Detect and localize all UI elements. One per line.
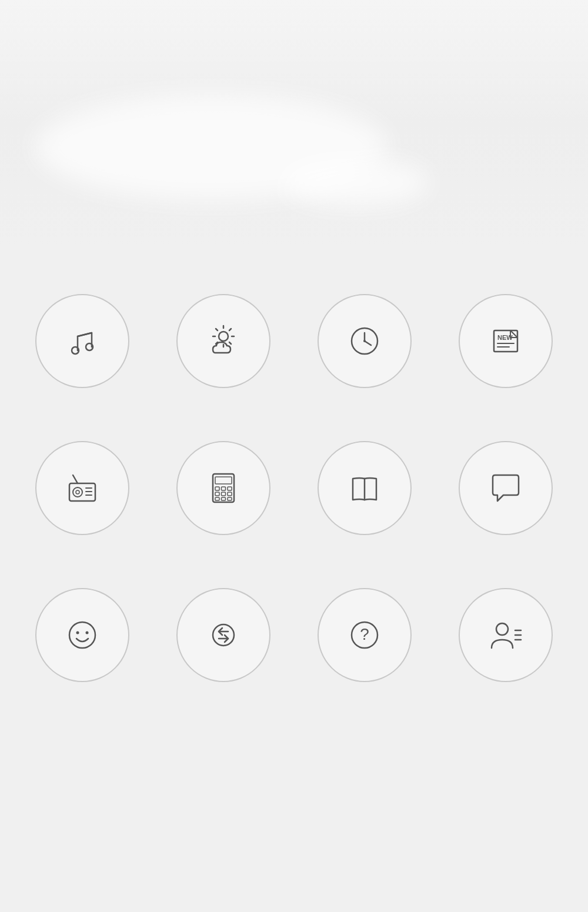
svg-line-9: [229, 342, 231, 344]
book-icon: [343, 467, 386, 509]
svg-rect-29: [215, 487, 219, 490]
radio-icon-button[interactable]: [35, 441, 129, 535]
svg-rect-31: [228, 487, 232, 490]
music-icon-button[interactable]: [35, 294, 129, 388]
svg-point-41: [213, 624, 234, 646]
weather-icon: [202, 320, 245, 362]
svg-point-38: [69, 622, 95, 648]
clock-icon-button[interactable]: [318, 294, 412, 388]
icon-row-3: ?: [35, 588, 553, 682]
contact-icon-button[interactable]: [459, 588, 553, 682]
weather-icon-button[interactable]: [176, 294, 270, 388]
svg-text:?: ?: [360, 625, 369, 643]
chat-icon-button[interactable]: [459, 441, 553, 535]
svg-rect-28: [215, 477, 232, 484]
svg-rect-32: [215, 492, 219, 496]
svg-rect-27: [213, 474, 234, 502]
svg-rect-35: [215, 497, 219, 500]
svg-point-40: [86, 632, 89, 634]
baby-icon-button[interactable]: [35, 588, 129, 682]
icon-row-2: [35, 441, 553, 535]
svg-rect-36: [222, 497, 226, 500]
clock-icon: [343, 320, 386, 362]
contact-icon: [485, 614, 527, 656]
top-decoration: [0, 0, 588, 247]
music-icon: [61, 320, 103, 362]
svg-point-3: [219, 332, 228, 341]
news-icon: NEW: [485, 320, 527, 362]
svg-rect-33: [222, 492, 226, 496]
svg-line-21: [73, 475, 78, 483]
icon-grid: NEW: [0, 294, 588, 682]
svg-line-2: [78, 333, 92, 336]
radio-icon: [61, 467, 103, 509]
svg-point-39: [76, 632, 79, 634]
book-icon-button[interactable]: [318, 441, 412, 535]
svg-point-46: [496, 623, 508, 635]
svg-point-15: [363, 340, 366, 342]
transfer-icon-button[interactable]: [176, 588, 270, 682]
calculator-icon-button[interactable]: [176, 441, 270, 535]
svg-rect-37: [228, 497, 232, 500]
svg-rect-34: [228, 492, 232, 496]
chat-icon: [485, 467, 527, 509]
help-icon: ?: [343, 614, 386, 656]
cloud-shape-2: [282, 159, 429, 206]
calculator-icon: [202, 467, 245, 509]
svg-point-22: [73, 487, 82, 497]
svg-line-10: [229, 329, 231, 330]
transfer-icon: [202, 614, 245, 656]
svg-line-8: [216, 329, 218, 330]
help-icon-button[interactable]: ?: [318, 588, 412, 682]
news-icon-button[interactable]: NEW: [459, 294, 553, 388]
icon-row-1: NEW: [35, 294, 553, 388]
baby-icon: [61, 614, 103, 656]
svg-rect-30: [222, 487, 226, 490]
svg-point-23: [76, 490, 79, 494]
